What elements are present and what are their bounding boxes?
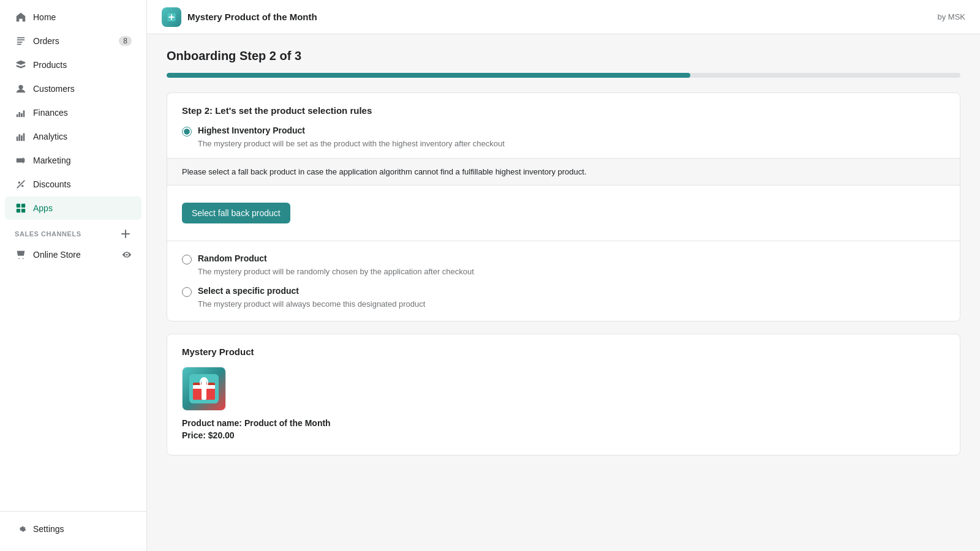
sidebar-nav: Home Orders 8 Products Customers (0, 0, 146, 511)
sales-channels-header: SALES CHANNELS (5, 220, 141, 242)
product-name-row: Product name: Product of the Month (182, 418, 945, 428)
radio-highest-inventory-desc: The mystery product will be set as the p… (198, 139, 945, 148)
svg-rect-11 (21, 135, 23, 141)
radio-highest-inventory[interactable]: Highest Inventory Product (182, 126, 945, 137)
random-product-option: Random Product The mystery product will … (182, 253, 945, 276)
main-content: Mystery Product of the Month by MSK Onbo… (147, 0, 980, 551)
radio-specific-label[interactable]: Select a specific product (198, 286, 299, 296)
product-price-value: $20.00 (208, 430, 235, 440)
sidebar-item-orders[interactable]: Orders 8 (5, 29, 141, 53)
product-price-row: Price: $20.00 (182, 430, 945, 440)
topbar-by: by MSK (937, 12, 965, 21)
settings-icon (15, 523, 27, 535)
radio-random-label[interactable]: Random Product (198, 253, 267, 263)
sidebar-item-products[interactable]: Products (5, 53, 141, 77)
svg-rect-0 (17, 37, 25, 39)
sidebar-item-online-store[interactable]: Online Store (5, 243, 141, 266)
product-thumbnail-inner (183, 367, 225, 410)
product-name-value: Product of the Month (244, 418, 331, 428)
radio-random[interactable]: Random Product (182, 253, 945, 264)
svg-rect-15 (17, 204, 20, 208)
sidebar-item-home[interactable]: Home (5, 6, 141, 29)
sidebar-item-discounts[interactable]: Discounts (5, 173, 141, 196)
product-name-label: Product name: (182, 418, 242, 428)
svg-point-13 (18, 182, 21, 184)
svg-rect-9 (17, 137, 18, 141)
sidebar: Home Orders 8 Products Customers (0, 0, 147, 551)
progress-bar-fill (167, 73, 690, 78)
card-body-rules: Step 2: Let's set the product selection … (167, 93, 960, 241)
select-fallback-button[interactable]: Select fall back product (182, 203, 290, 223)
svg-rect-10 (18, 134, 20, 141)
sidebar-item-customers[interactable]: Customers (5, 77, 141, 100)
app-icon (162, 7, 181, 27)
topbar: Mystery Product of the Month by MSK (147, 0, 980, 34)
product-thumbnail (182, 367, 226, 411)
radio-highest-inventory-label[interactable]: Highest Inventory Product (198, 126, 305, 135)
radio-highest-inventory-input[interactable] (182, 127, 192, 137)
fallback-btn-container: Select fall back product (182, 186, 945, 228)
apps-icon (15, 202, 27, 214)
online-store-icon (15, 249, 27, 261)
customers-icon (15, 83, 27, 95)
products-icon (15, 59, 27, 71)
orders-badge: 8 (119, 36, 132, 46)
radio-specific-input[interactable] (182, 287, 192, 297)
orders-icon (15, 35, 27, 47)
svg-rect-5 (17, 114, 18, 118)
home-icon (15, 11, 27, 23)
marketing-icon (15, 154, 27, 167)
card-body-other-options: Random Product The mystery product will … (167, 241, 960, 321)
discounts-icon (15, 178, 27, 190)
mystery-product-body: Mystery Product (167, 334, 960, 455)
svg-rect-18 (21, 209, 25, 212)
topbar-title: Mystery Product of the Month (187, 12, 317, 22)
product-image (189, 374, 219, 403)
svg-point-4 (18, 85, 23, 89)
svg-rect-7 (21, 113, 23, 117)
online-store-eye-icon (122, 250, 132, 260)
radio-random-input[interactable] (182, 255, 192, 264)
page-title: Onboarding Step 2 of 3 (167, 49, 960, 63)
sidebar-item-apps[interactable]: Apps (5, 197, 141, 220)
sidebar-item-analytics[interactable]: Analytics (5, 125, 141, 148)
content-area: Onboarding Step 2 of 3 Step 2: Let's set… (147, 34, 980, 551)
radio-specific[interactable]: Select a specific product (182, 286, 945, 297)
svg-rect-16 (21, 204, 25, 208)
progress-bar-container (167, 73, 960, 78)
selection-rules-card: Step 2: Let's set the product selection … (167, 92, 960, 321)
svg-rect-1 (17, 39, 25, 40)
analytics-icon (15, 130, 27, 143)
svg-rect-8 (23, 110, 25, 117)
svg-rect-2 (17, 42, 23, 43)
highest-inventory-option: Highest Inventory Product The mystery pr… (182, 126, 945, 228)
step-title: Step 2: Let's set the product selection … (182, 105, 945, 116)
svg-rect-17 (17, 209, 20, 212)
radio-random-desc: The mystery product will be randomly cho… (198, 267, 945, 276)
topbar-left: Mystery Product of the Month (162, 7, 317, 27)
radio-specific-desc: The mystery product will always become t… (198, 299, 945, 309)
svg-point-14 (21, 185, 24, 187)
sidebar-item-settings[interactable]: Settings (5, 517, 141, 541)
product-price-label: Price: (182, 430, 206, 440)
sidebar-bottom: Settings (0, 511, 146, 551)
specific-product-option: Select a specific product The mystery pr… (182, 286, 945, 309)
sidebar-item-marketing[interactable]: Marketing (5, 149, 141, 172)
add-sales-channel-button[interactable] (119, 228, 132, 240)
mystery-product-title: Mystery Product (182, 347, 945, 357)
mystery-product-card: Mystery Product (167, 334, 960, 455)
sidebar-item-finances[interactable]: Finances (5, 101, 141, 124)
svg-rect-6 (18, 112, 20, 117)
finances-icon (15, 107, 27, 119)
svg-rect-12 (23, 133, 25, 141)
svg-rect-3 (17, 44, 21, 45)
fallback-notice: Please select a fall back product in cas… (167, 158, 960, 186)
